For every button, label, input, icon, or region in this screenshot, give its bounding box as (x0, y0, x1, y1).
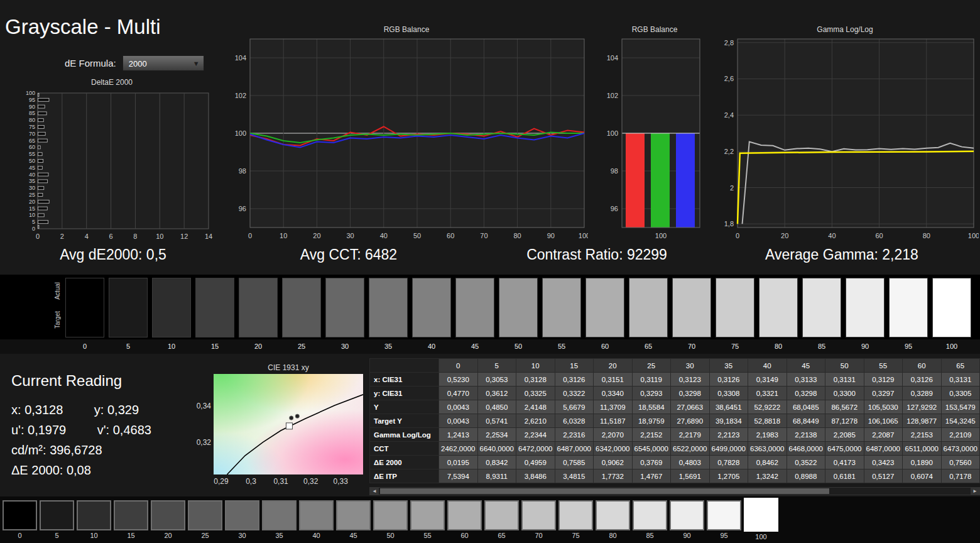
pattern-patch-label: 55 (410, 530, 445, 540)
app-window: Grayscale - Multi dE Formula: 2000 ▼ Del… (0, 0, 980, 543)
grayscale-swatch (455, 278, 494, 337)
svg-text:98: 98 (239, 167, 246, 175)
table-cell: 27,0663 (671, 400, 710, 414)
pattern-patch[interactable]: 100 (744, 500, 778, 542)
pattern-patch[interactable]: 85 (633, 500, 667, 542)
svg-text:65: 65 (29, 138, 35, 144)
table-header-cell: 15 (555, 359, 594, 373)
svg-text:40: 40 (828, 232, 836, 239)
pattern-patch[interactable]: 50 (373, 500, 408, 542)
bottom-pattern-bar: 0510152025303540455055606570758085909510… (0, 496, 980, 543)
grayscale-swatch-cell: 85 (802, 278, 841, 353)
pattern-patch[interactable]: 25 (188, 500, 222, 542)
grayscale-swatch (369, 278, 408, 337)
pattern-patch[interactable]: 30 (225, 500, 259, 542)
table-cell: 0,7828 (709, 456, 748, 469)
table-cell: 0,3769 (632, 456, 671, 469)
table-row: x: CIE310,52300,30530,31280,31260,31510,… (370, 373, 980, 387)
pattern-patch-swatch (410, 500, 445, 530)
svg-text:10: 10 (280, 232, 287, 239)
current-reading-uv: u': 0,1979 v': 0,4683 (11, 420, 151, 440)
de-formula-dropdown[interactable]: 2000 ▼ (122, 55, 204, 71)
pattern-patch[interactable]: 75 (558, 500, 593, 542)
svg-text:5: 5 (32, 219, 35, 225)
table-header-cell: 35 (709, 359, 748, 373)
grayscale-swatch-cell: 65 (629, 278, 668, 353)
pattern-patch[interactable]: 10 (77, 500, 111, 542)
table-cell: 6472,0000 (516, 442, 555, 456)
grayscale-swatch-cell: 100 (932, 278, 971, 353)
table-cell: 2,1983 (748, 428, 787, 442)
table-cell: 2,2085 (825, 428, 864, 442)
pattern-patch[interactable]: 60 (447, 500, 482, 542)
grayscale-swatch-label: 45 (455, 339, 494, 353)
pattern-patch[interactable]: 35 (262, 500, 297, 542)
pattern-patch[interactable]: 80 (596, 500, 630, 542)
table-row: Gamma Log/Log1,24132,25342,23442,23162,2… (370, 428, 980, 442)
svg-text:104: 104 (607, 54, 618, 62)
pattern-patch-label: 45 (336, 530, 371, 540)
table-cell: 6640,0000 (477, 442, 516, 456)
table-cell: 2,6210 (516, 414, 555, 428)
svg-text:10: 10 (156, 233, 163, 240)
svg-text:90: 90 (29, 104, 35, 110)
table-header-cell: 25 (632, 359, 671, 373)
table-cell: 0,3053 (477, 373, 516, 387)
de-formula-value: 2000 (129, 59, 147, 69)
pattern-patch-swatch (484, 500, 519, 530)
table-row: y: CIE310,47700,36120,33250,33220,33400,… (370, 387, 980, 400)
pattern-patch-swatch (596, 500, 630, 530)
grayscale-swatch-label: 100 (932, 339, 971, 353)
table-cell: 3,8486 (516, 469, 555, 483)
cie-y-tick-label: 0,32 (192, 438, 211, 447)
table-cell: 6468,0000 (787, 442, 825, 456)
grayscale-swatch-cell: 45 (455, 278, 494, 353)
pattern-patch[interactable]: 65 (484, 500, 519, 542)
pattern-patch[interactable]: 45 (336, 500, 371, 542)
table-cell: 0,3321 (748, 387, 787, 400)
pattern-patch[interactable]: 15 (114, 500, 148, 542)
grayscale-swatch (152, 278, 191, 337)
pattern-patch-label: 50 (373, 530, 408, 540)
pattern-patch[interactable]: 70 (521, 500, 556, 542)
svg-text:96: 96 (611, 205, 618, 212)
table-cell: 0,3123 (671, 373, 710, 387)
scrollbar-right-arrow[interactable]: ► (971, 488, 979, 495)
table-cell: 0,3612 (477, 387, 516, 400)
deltae-chart-title: DeltaE 2000 (5, 78, 219, 87)
table-row-label: y: CIE31 (370, 387, 439, 400)
pattern-patch[interactable]: 55 (410, 500, 445, 542)
table-cell: 0,3423 (864, 456, 903, 469)
table-cell: 0,3297 (864, 387, 903, 400)
deltae-chart: DeltaE 2000 0246810121405101520253035404… (5, 78, 219, 246)
table-scrollbar[interactable]: ◄ ► (369, 487, 980, 495)
table-cell: 2,2534 (477, 428, 516, 442)
svg-text:96: 96 (239, 205, 246, 212)
pattern-patch-label: 30 (225, 530, 259, 540)
pattern-patch[interactable]: 0 (3, 500, 37, 542)
table-cell: 0,8342 (477, 456, 516, 469)
table-header-cell: 65 (941, 359, 980, 373)
table-cell: 52,9222 (748, 400, 787, 414)
table-row: ΔE 20000,01950,83420,49590,75850,90620,3… (370, 456, 980, 469)
pattern-patch[interactable]: 40 (299, 500, 334, 542)
pattern-patch-label: 35 (262, 530, 297, 540)
pattern-patch[interactable]: 90 (670, 500, 704, 542)
avg-cct-stat: Avg CCT: 6482 (251, 246, 446, 263)
table-cell: 0,3151 (594, 373, 633, 387)
svg-text:2: 2 (60, 233, 64, 240)
table-cell: 0,7585 (555, 456, 594, 469)
table-header-cell: 30 (671, 359, 710, 373)
grayscale-swatch (195, 278, 234, 337)
svg-text:2: 2 (730, 184, 734, 192)
svg-text:25: 25 (29, 192, 35, 198)
scrollbar-left-arrow[interactable]: ◄ (370, 488, 379, 495)
pattern-patch[interactable]: 95 (707, 500, 741, 542)
scrollbar-thumb[interactable] (380, 488, 829, 494)
pattern-patch[interactable]: 20 (151, 500, 185, 542)
grayscale-swatch (65, 278, 104, 337)
svg-text:60: 60 (875, 232, 883, 239)
table-header-row: 05101520253035404550556065 (370, 359, 980, 373)
pattern-patch[interactable]: 5 (40, 500, 74, 542)
table-row-label: Gamma Log/Log (370, 428, 439, 442)
